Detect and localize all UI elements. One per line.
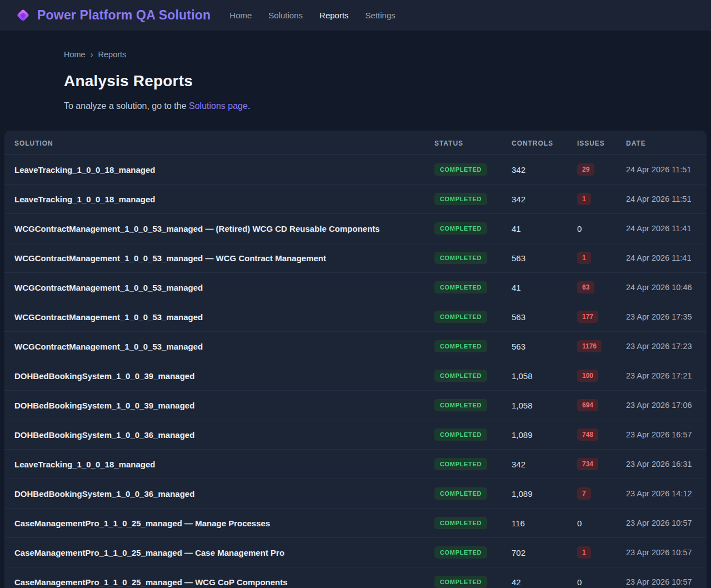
controls-count: 42 [512, 567, 577, 588]
subtitle-suffix: . [248, 101, 250, 111]
date-cell: 23 Apr 2026 16:31 [626, 450, 707, 479]
solution-name[interactable]: LeaveTracking_1_0_0_18_managed [4, 450, 434, 479]
table-row[interactable]: CaseManagementPro_1_1_0_25_managed — WCG… [4, 567, 707, 588]
table-row[interactable]: DOHBedBookingSystem_1_0_0_39_managed COM… [4, 361, 707, 391]
controls-count: 342 [512, 155, 577, 185]
issues-badge: 1176 [577, 340, 602, 352]
brand[interactable]: Power Platform QA Solution [16, 8, 211, 23]
table-row[interactable]: WCGContractManagement_1_0_0_53_managed C… [4, 332, 707, 361]
issues-badge: 748 [577, 428, 598, 441]
status-badge: COMPLETED [434, 340, 487, 352]
solutions-page-link[interactable]: Solutions page [189, 101, 248, 111]
subtitle-text: To analyze a solution, go to the [64, 101, 189, 111]
date-cell: 24 Apr 2026 11:41 [626, 243, 707, 273]
table-row[interactable]: LeaveTracking_1_0_0_18_managed COMPLETED… [4, 155, 707, 185]
table-row[interactable]: CaseManagementPro_1_1_0_25_managed — Man… [4, 509, 707, 538]
solution-name[interactable]: DOHBedBookingSystem_1_0_0_39_managed [4, 361, 434, 391]
date-cell: 23 Apr 2026 10:57 [626, 538, 707, 567]
solution-name[interactable]: DOHBedBookingSystem_1_0_0_36_managed [4, 479, 434, 509]
table-row[interactable]: WCGContractManagement_1_0_0_53_managed —… [4, 243, 707, 273]
date-cell: 23 Apr 2026 10:57 [626, 567, 707, 588]
issues-badge: 177 [577, 311, 598, 323]
status-badge: COMPLETED [434, 193, 487, 205]
date-cell: 24 Apr 2026 11:41 [626, 214, 707, 243]
nav-item-settings[interactable]: Settings [365, 11, 395, 20]
issues-cell: 1 [577, 185, 626, 214]
header-date: Date [626, 131, 707, 155]
solution-name[interactable]: WCGContractManagement_1_0_0_53_managed —… [4, 214, 434, 243]
issues-badge: 1 [577, 252, 591, 264]
nav-item-reports[interactable]: Reports [319, 11, 349, 20]
status-badge: COMPLETED [434, 222, 487, 235]
nav-item-solutions[interactable]: Solutions [268, 11, 303, 20]
solution-name[interactable]: LeaveTracking_1_0_0_18_managed [4, 185, 434, 214]
table-row[interactable]: DOHBedBookingSystem_1_0_0_39_managed COM… [4, 391, 707, 420]
date-cell: 23 Apr 2026 17:35 [626, 302, 707, 332]
controls-count: 1,058 [512, 361, 577, 391]
solution-name[interactable]: CaseManagementPro_1_1_0_25_managed — WCG… [4, 567, 434, 588]
date-cell: 23 Apr 2026 14:12 [626, 479, 707, 509]
issues-badge: 63 [577, 281, 594, 293]
issues-cell: 0 [577, 567, 626, 588]
issues-cell: 63 [577, 273, 626, 302]
table-row[interactable]: DOHBedBookingSystem_1_0_0_36_managed COM… [4, 479, 707, 509]
controls-count: 563 [512, 302, 577, 332]
issues-badge: 734 [577, 458, 598, 470]
page-subtitle: To analyze a solution, go to the Solutio… [64, 101, 647, 111]
issues-cell: 0 [577, 214, 626, 243]
table-row[interactable]: WCGContractManagement_1_0_0_53_managed C… [4, 302, 707, 332]
controls-count: 563 [512, 332, 577, 361]
controls-count: 342 [512, 450, 577, 479]
issues-cell: 748 [577, 420, 626, 450]
solution-name[interactable]: DOHBedBookingSystem_1_0_0_36_managed [4, 420, 434, 450]
issues-cell: 1 [577, 243, 626, 273]
date-cell: 24 Apr 2026 11:51 [626, 155, 707, 185]
issues-count: 0 [577, 519, 582, 528]
controls-count: 1,089 [512, 420, 577, 450]
nav-item-home[interactable]: Home [229, 11, 252, 20]
breadcrumb-home[interactable]: Home [64, 50, 86, 59]
table-row[interactable]: LeaveTracking_1_0_0_18_managed COMPLETED… [4, 185, 707, 214]
status-badge: COMPLETED [434, 428, 487, 441]
page-header: Home › Reports Analysis Reports To analy… [0, 50, 711, 111]
solution-name[interactable]: LeaveTracking_1_0_0_18_managed [4, 155, 434, 185]
date-cell: 24 Apr 2026 10:46 [626, 273, 707, 302]
issues-cell: 177 [577, 302, 626, 332]
table-row[interactable]: WCGContractManagement_1_0_0_53_managed —… [4, 214, 707, 243]
breadcrumb-separator: › [91, 50, 93, 59]
issues-badge: 100 [577, 370, 598, 382]
controls-count: 1,089 [512, 479, 577, 509]
solution-name[interactable]: WCGContractManagement_1_0_0_53_managed [4, 302, 434, 332]
issues-cell: 29 [577, 155, 626, 185]
solution-name[interactable]: WCGContractManagement_1_0_0_53_managed [4, 273, 434, 302]
table-row[interactable]: DOHBedBookingSystem_1_0_0_36_managed COM… [4, 420, 707, 450]
controls-count: 342 [512, 185, 577, 214]
issues-badge: 7 [577, 487, 591, 500]
header-issues: Issues [577, 131, 626, 155]
date-cell: 23 Apr 2026 10:57 [626, 509, 707, 538]
controls-count: 41 [512, 214, 577, 243]
controls-count: 563 [512, 243, 577, 273]
issues-count: 0 [577, 224, 582, 233]
table-row[interactable]: LeaveTracking_1_0_0_18_managed COMPLETED… [4, 450, 707, 479]
issues-cell: 1176 [577, 332, 626, 361]
table-row[interactable]: WCGContractManagement_1_0_0_53_managed C… [4, 273, 707, 302]
table-row[interactable]: CaseManagementPro_1_1_0_25_managed — Cas… [4, 538, 707, 567]
solution-name[interactable]: WCGContractManagement_1_0_0_53_managed [4, 332, 434, 361]
reports-table-card: Solution Status Controls Issues Date Lea… [4, 131, 707, 588]
status-badge: COMPLETED [434, 487, 487, 500]
solution-name[interactable]: DOHBedBookingSystem_1_0_0_39_managed [4, 391, 434, 420]
issues-cell: 7 [577, 479, 626, 509]
brand-title: Power Platform QA Solution [37, 8, 211, 23]
issues-badge: 1 [577, 546, 591, 559]
solution-name[interactable]: WCGContractManagement_1_0_0_53_managed —… [4, 243, 434, 273]
solution-name[interactable]: CaseManagementPro_1_1_0_25_managed — Cas… [4, 538, 434, 567]
controls-count: 41 [512, 273, 577, 302]
status-badge: COMPLETED [434, 370, 487, 382]
reports-table: Solution Status Controls Issues Date Lea… [4, 131, 707, 588]
date-cell: 23 Apr 2026 17:21 [626, 361, 707, 391]
issues-cell: 1 [577, 538, 626, 567]
breadcrumb: Home › Reports [64, 50, 647, 59]
solution-name[interactable]: CaseManagementPro_1_1_0_25_managed — Man… [4, 509, 434, 538]
date-cell: 23 Apr 2026 16:57 [626, 420, 707, 450]
